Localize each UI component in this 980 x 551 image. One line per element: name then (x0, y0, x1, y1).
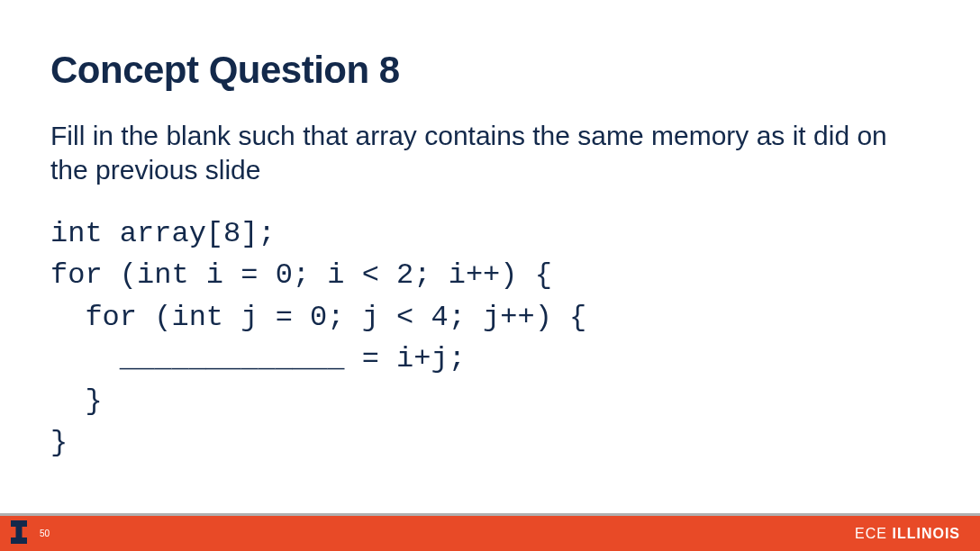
slide-title: Concept Question 8 (50, 49, 930, 92)
svg-rect-0 (11, 520, 27, 527)
footer-left: 50 (11, 520, 50, 547)
footer: 50 ECE ILLINOIS (0, 513, 980, 551)
illinois-block-i-icon (11, 520, 27, 547)
code-block: int array[8]; for (int i = 0; i < 2; i++… (50, 213, 930, 464)
footer-bar: 50 ECE ILLINOIS (0, 516, 980, 551)
footer-school: ILLINOIS (892, 526, 960, 541)
footer-right: ECE ILLINOIS (855, 526, 960, 542)
svg-rect-1 (16, 526, 23, 538)
svg-rect-2 (11, 537, 27, 544)
slide-number: 50 (40, 528, 50, 538)
slide-prompt: Fill in the blank such that array contai… (50, 119, 930, 186)
footer-dept: ECE (855, 526, 887, 541)
slide: Concept Question 8 Fill in the blank suc… (0, 0, 980, 551)
slide-content: Concept Question 8 Fill in the blank suc… (0, 0, 980, 464)
